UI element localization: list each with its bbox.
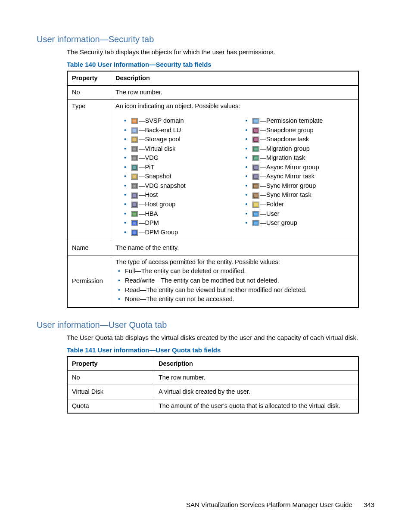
user-icon [252, 211, 259, 217]
vdg-snapshot-icon [131, 183, 138, 189]
section-heading-security: User information—Security tab [37, 34, 374, 44]
section-intro-security: The Security tab displays the objects fo… [67, 48, 374, 56]
list-item: —Permission template [246, 117, 354, 125]
icon-label: —Snapshot [139, 173, 171, 180]
list-item: —Async Mirror task [246, 172, 354, 181]
list-item: —Snapclone group [246, 126, 354, 135]
svg-rect-25 [133, 231, 137, 234]
svg-rect-15 [133, 185, 137, 188]
list-item: —User group [246, 219, 354, 227]
svg-rect-37 [254, 166, 258, 169]
dpm-group-icon [131, 230, 138, 236]
table-row: No The row number. [67, 85, 358, 100]
icon-label: —Sync Mirror group [260, 182, 316, 189]
prop-permission: Permission [67, 255, 111, 307]
list-item: —Host group [124, 200, 233, 209]
migration-group-icon [252, 146, 259, 152]
table-row: NoThe row number. [67, 371, 358, 385]
table-row: Name The name of the entity. [67, 241, 358, 255]
table-caption-141: Table 141 User information—User Quota ta… [67, 346, 374, 354]
list-item: Read—The entity can be viewed but neithe… [118, 286, 354, 295]
icon-label: —DPM Group [139, 229, 178, 236]
desc-no: The row number. [111, 85, 359, 100]
list-item: —PiT [124, 163, 233, 172]
section-heading-quota: User information—User Quota tab [37, 320, 374, 330]
table-header-row: Property Description [67, 71, 358, 85]
desc-type: An icon indicating an object. Possible v… [111, 100, 359, 241]
icon-label: —VDG [139, 154, 159, 161]
icon-label: —Sync Mirror task [260, 191, 311, 198]
table-row: Type An icon indicating an object. Possi… [67, 100, 358, 241]
desc-cell: The row number. [154, 371, 359, 385]
svg-rect-5 [133, 138, 137, 141]
table-row: Permission The type of access permitted … [67, 255, 358, 307]
desc-permission: The type of access permitted for the ent… [111, 255, 359, 307]
prop-cell: Quota [67, 399, 154, 413]
svg-rect-17 [133, 194, 137, 197]
icon-label: —User group [260, 219, 297, 226]
async-mirror-task-icon [252, 174, 259, 180]
sync-mirror-group-icon [252, 183, 259, 189]
hba-icon [131, 211, 138, 217]
icon-label: —DPM [139, 219, 159, 226]
section-intro-quota: The User Quota tab displays the virtual … [67, 333, 374, 342]
backend-lu-icon [131, 128, 138, 134]
header-property: Property [67, 357, 154, 371]
list-item: —Snapshot [124, 172, 233, 181]
snapclone-group-icon [252, 128, 259, 134]
svg-rect-31 [254, 138, 258, 141]
storage-pool-icon [131, 137, 138, 143]
svg-rect-43 [254, 194, 258, 197]
svg-rect-45 [254, 203, 258, 206]
desc-name: The name of the entity. [111, 241, 359, 255]
svg-rect-3 [133, 129, 137, 132]
icon-label: —Storage pool [139, 136, 181, 143]
icon-label: —Async Mirror task [260, 173, 315, 180]
dpm-icon [131, 220, 138, 226]
svg-rect-39 [254, 175, 258, 178]
table-caption-140: Table 140 User information—Security tab … [67, 61, 374, 68]
type-list-right: —Permission template—Snapclone group—Sna… [246, 116, 354, 237]
icon-label: —Folder [260, 201, 284, 208]
svg-rect-19 [133, 203, 137, 206]
svg-rect-9 [133, 157, 137, 160]
icon-label: —VDG snapshot [139, 182, 186, 189]
list-item: —Sync Mirror task [246, 191, 354, 199]
table-header-row: Property Description [67, 357, 358, 371]
list-item: —DPM [124, 219, 233, 227]
svg-rect-11 [133, 166, 137, 169]
prop-name: Name [67, 241, 111, 255]
icon-label: —Migration group [260, 145, 310, 152]
icon-label: —Host [139, 191, 158, 198]
icon-label: —PiT [139, 164, 154, 171]
icon-label: —Snapclone group [260, 127, 314, 134]
header-description: Description [111, 71, 359, 85]
desc-cell: A virtual disk created by the user. [154, 385, 359, 399]
list-item: —Host [124, 191, 233, 199]
prop-cell: Virtual Disk [67, 385, 154, 399]
icon-label: —User [260, 210, 280, 217]
host-group-icon [131, 202, 138, 208]
icon-label: —Migration task [260, 154, 305, 161]
list-item: —User [246, 210, 354, 218]
icon-label: —Permission template [260, 117, 323, 124]
prop-cell: No [67, 371, 154, 385]
icon-label: —SVSP domain [139, 117, 184, 124]
page-footer: SAN Virtualization Services Platform Man… [186, 501, 374, 508]
sync-mirror-task-icon [252, 193, 259, 199]
svg-rect-27 [254, 120, 258, 123]
list-item: —HBA [124, 210, 233, 218]
pit-icon [131, 165, 138, 171]
list-item: —VDG [124, 154, 233, 162]
svg-rect-29 [254, 129, 258, 132]
header-property: Property [67, 71, 111, 85]
folder-icon [252, 202, 259, 208]
list-item: —SVSP domain [124, 117, 233, 125]
svg-rect-13 [133, 175, 137, 178]
perm-list: Full—The entity can be deleted or modifi… [118, 267, 354, 303]
svg-rect-1 [133, 120, 137, 123]
desc-cell: The amount of the user's quota that is a… [154, 399, 359, 413]
host-icon [131, 193, 138, 199]
list-item: —VDG snapshot [124, 182, 233, 190]
type-lead: An icon indicating an object. Possible v… [115, 103, 240, 109]
